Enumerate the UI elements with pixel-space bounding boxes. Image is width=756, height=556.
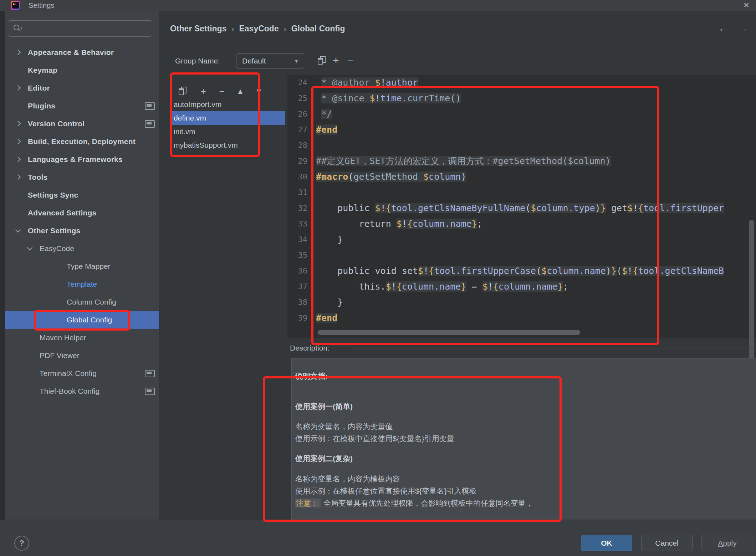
file-item-init-vm[interactable]: init.vm — [172, 125, 285, 138]
move-up-button[interactable]: ▲ — [231, 85, 250, 98]
copy-button[interactable] — [315, 54, 329, 67]
code-text: * @author $!author — [316, 75, 418, 91]
sidebar-item-label: Tools — [28, 168, 47, 186]
code-line-37: 37 this.$!{column.name} = $!{column.name… — [287, 279, 756, 295]
group-name-select[interactable]: Default ▼ — [236, 53, 304, 68]
sidebar-item-pdf-viewer[interactable]: PDF Viewer — [5, 347, 159, 364]
line-number: 33 — [287, 216, 307, 232]
sidebar-item-other-settings[interactable]: Other Settings — [5, 222, 159, 240]
search-options-caret-icon[interactable]: ▾ — [20, 26, 22, 31]
group-actions-toolbar: +− — [315, 54, 357, 67]
sidebar-item-advanced-settings[interactable]: Advanced Settings — [5, 204, 159, 222]
code-line-38: 38 } — [287, 295, 756, 310]
sidebar-item-build-execution-deployment[interactable]: Build, Execution, Deployment — [5, 133, 159, 151]
search-input[interactable]: ▾ — [8, 20, 152, 37]
add-button[interactable]: + — [329, 54, 343, 67]
editor-vertical-scrollbar[interactable] — [749, 220, 754, 369]
editor-horizontal-scrollbar[interactable] — [318, 330, 580, 335]
description-text: 说明文档:使用案例一(简单)名称为变量名，内容为变量值使用示例：在模板中直接使用… — [295, 358, 752, 528]
sidebar-item-label: Keymap — [28, 61, 57, 79]
editor-lines: 24 * @author $!author25 * @since $!time.… — [287, 75, 756, 326]
code-text: * @since $!time.currTime() — [316, 91, 461, 106]
monitor-icon — [145, 120, 155, 128]
sidebar-item-plugins[interactable]: Plugins — [5, 97, 159, 115]
chevron-right-icon[interactable] — [15, 50, 21, 55]
sidebar-item-version-control[interactable]: Version Control — [5, 115, 159, 133]
sidebar-item-settings-sync[interactable]: Settings Sync — [5, 186, 159, 204]
apply-button[interactable]: Apply — [701, 535, 753, 551]
title-bar: IJ Settings ✕ — [0, 0, 756, 11]
code-line-27: 27#end — [287, 122, 756, 138]
code-line-25: 25 * @since $!time.currTime() — [287, 91, 756, 106]
file-item-label: define.vm — [174, 111, 206, 125]
line-number: 35 — [287, 248, 307, 263]
code-text: return $!{column.name}; — [316, 216, 482, 232]
code-text: public $!{tool.getClsNameByFullName($col… — [316, 200, 724, 216]
remove-button[interactable]: − — [213, 85, 231, 98]
breadcrumb-separator: › — [226, 25, 239, 33]
breadcrumb-item-global-config[interactable]: Global Config — [291, 24, 345, 33]
code-text: } — [316, 295, 343, 310]
sidebar-item-label: Settings Sync — [28, 186, 78, 204]
copy-button[interactable] — [175, 85, 194, 98]
sidebar-item-label: Type Mapper — [67, 257, 111, 275]
sidebar-item-label: Build, Execution, Deployment — [28, 133, 136, 151]
sidebar-item-editor[interactable]: Editor — [5, 79, 159, 97]
code-text: public void set$!{tool.firstUpperCase($c… — [316, 263, 724, 279]
code-text: #end — [316, 122, 337, 138]
sidebar-item-tools[interactable]: Tools — [5, 168, 159, 186]
sidebar-item-keymap[interactable]: Keymap — [5, 61, 159, 79]
breadcrumb-item-other-settings[interactable]: Other Settings — [170, 24, 226, 33]
move-down-button[interactable]: ▼ — [250, 85, 268, 98]
file-item-autoimport-vm[interactable]: autoImport.vm — [172, 98, 285, 111]
sidebar-item-label: TerminalX Config — [40, 364, 97, 382]
sidebar-item-appearance-behavior[interactable]: Appearance & Behavior — [5, 44, 159, 61]
chevron-right-icon[interactable] — [15, 139, 21, 144]
line-number: 29 — [287, 153, 307, 169]
line-number: 37 — [287, 279, 307, 295]
chevron-right-icon[interactable] — [15, 174, 21, 180]
intellij-logo-icon: IJ — [11, 1, 20, 10]
help-button[interactable]: ? — [14, 536, 29, 551]
line-number: 27 — [287, 122, 307, 138]
chevron-right-icon[interactable] — [15, 121, 21, 127]
code-text: */ — [316, 106, 332, 122]
line-number: 34 — [287, 232, 307, 248]
back-arrow-icon[interactable]: ← — [716, 22, 730, 34]
add-button[interactable]: + — [194, 85, 213, 98]
chevron-right-icon[interactable] — [15, 157, 21, 162]
sidebar-item-label: PDF Viewer — [40, 347, 80, 364]
code-line-36: 36 public void set$!{tool.firstUpperCase… — [287, 263, 756, 279]
chevron-right-icon[interactable] — [15, 85, 21, 91]
file-item-mybatissupport-vm[interactable]: mybatisSupport.vm — [172, 138, 285, 152]
monitor-icon — [145, 388, 155, 395]
chevron-down-icon[interactable] — [27, 245, 33, 251]
sidebar-item-global-config[interactable]: Global Config — [5, 311, 159, 329]
code-line-29: 29##定义GET，SET方法的宏定义，调用方式：#getSetMethod($… — [287, 153, 756, 169]
ok-button[interactable]: OK — [581, 535, 632, 551]
file-item-define-vm[interactable]: define.vm — [172, 111, 285, 125]
breadcrumb-separator: › — [279, 25, 291, 33]
sidebar-item-maven-helper[interactable]: Maven Helper — [5, 329, 159, 347]
line-number: 31 — [287, 185, 307, 200]
sidebar-item-languages-frameworks[interactable]: Languages & Frameworks — [5, 151, 159, 168]
code-line-28: 28 — [287, 138, 756, 153]
sidebar-item-terminalx-config[interactable]: TerminalX Config — [5, 364, 159, 382]
description-line: 说明文档: — [295, 371, 328, 382]
close-icon[interactable]: ✕ — [741, 0, 752, 10]
sidebar-item-column-config[interactable]: Column Config — [5, 293, 159, 311]
settings-tree: Appearance & BehaviorKeymapEditorPlugins… — [5, 44, 159, 404]
breadcrumb-item-easycode[interactable]: EasyCode — [239, 24, 279, 33]
sidebar-item-easycode[interactable]: EasyCode — [5, 240, 159, 257]
code-text: ##定义GET，SET方法的宏定义，调用方式：#getSetMethod($co… — [316, 153, 611, 169]
code-line-31: 31 — [287, 185, 756, 200]
search-icon — [14, 25, 19, 30]
sidebar-item-thief-book-config[interactable]: Thief-Book Config — [5, 382, 159, 400]
code-line-30: 30#macro(getSetMethod $column) — [287, 169, 756, 185]
sidebar-item-template[interactable]: Template — [5, 275, 159, 293]
sidebar-item-type-mapper[interactable]: Type Mapper — [5, 257, 159, 275]
chevron-down-icon[interactable] — [15, 227, 21, 233]
line-number: 25 — [287, 91, 307, 106]
remove-button[interactable]: − — [343, 54, 357, 67]
cancel-button[interactable]: Cancel — [641, 535, 693, 551]
